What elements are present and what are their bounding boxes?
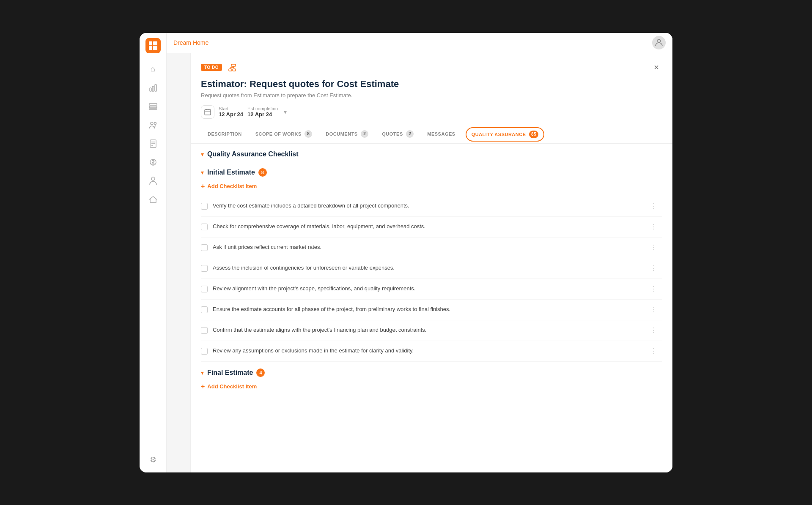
users-icon[interactable] (145, 117, 161, 133)
home-icon[interactable]: ⌂ (145, 62, 161, 77)
modal-header: TO DO (191, 53, 672, 144)
svg-point-10 (151, 122, 153, 125)
initial-estimate-header[interactable]: ▾ Initial Estimate 8 (201, 161, 662, 180)
qa-chevron-icon: ▾ (201, 151, 204, 158)
checklist-checkbox-5[interactable] (201, 306, 208, 313)
qa-section-title: Quality Assurance Checklist (207, 150, 299, 158)
tree-icon[interactable] (226, 62, 238, 74)
svg-rect-21 (233, 69, 236, 71)
tab-scope-of-works[interactable]: SCOPE OF WORKS 8 (249, 126, 319, 143)
start-date-item: Start 12 Apr 24 Est completion 12 Apr 24… (201, 105, 287, 119)
svg-rect-2 (149, 46, 152, 50)
calendar-icon (201, 105, 214, 119)
breadcrumb: Dream Home (173, 39, 208, 46)
svg-point-18 (657, 39, 661, 43)
stack-icon[interactable] (145, 192, 161, 207)
add-checklist-item-final[interactable]: + Add Checklist Item (201, 380, 662, 393)
checklist-text-4: Review alignment with the project's scop… (213, 285, 644, 292)
close-button[interactable]: × (650, 62, 662, 74)
svg-rect-1 (153, 41, 157, 45)
checklist-item: Ensure the estimate accounts for all pha… (201, 300, 662, 320)
est-completion-label: Est completion (247, 106, 278, 111)
svg-rect-3 (153, 46, 157, 50)
checklist-checkbox-4[interactable] (201, 286, 208, 292)
checklist-item: Confirm that the estimate aligns with th… (201, 320, 662, 341)
top-bar: Dream Home (167, 33, 672, 53)
svg-rect-19 (231, 64, 236, 66)
dollar-icon[interactable] (145, 155, 161, 170)
modal-body: ▾ Quality Assurance Checklist ▾ Initial … (191, 144, 672, 472)
checklist-checkbox-0[interactable] (201, 203, 208, 210)
add-checklist-item-initial[interactable]: + Add Checklist Item (201, 180, 662, 193)
checklist-more-menu-1[interactable]: ⋮ (649, 222, 659, 232)
start-label: Start (219, 106, 243, 111)
modal-header-left: TO DO (201, 62, 238, 74)
checklist-checkbox-2[interactable] (201, 244, 208, 251)
checklist-item: Ask if unit prices reflect current marke… (201, 237, 662, 258)
quotes-badge: 2 (406, 130, 414, 138)
settings-icon[interactable]: ⚙ (145, 452, 161, 467)
checklist-more-menu-4[interactable]: ⋮ (649, 284, 659, 294)
chevron-down-icon[interactable]: ▾ (284, 109, 287, 115)
svg-rect-0 (149, 41, 152, 45)
svg-rect-5 (152, 86, 154, 91)
svg-point-11 (154, 122, 156, 124)
checklist-more-menu-7[interactable]: ⋮ (649, 346, 659, 356)
checklist-item: Assess the inclusion of contingencies fo… (201, 258, 662, 279)
scope-works-badge: 8 (304, 130, 312, 138)
date-row: Start 12 Apr 24 Est completion 12 Apr 24… (201, 105, 662, 119)
tab-quality-assurance[interactable]: QUALITY ASSURANCE 85 (466, 127, 545, 142)
sidebar: ⌂ (140, 33, 167, 472)
checklist-items-container: Verify the cost estimate includes a deta… (201, 196, 662, 362)
checklist-item: Verify the cost estimate includes a deta… (201, 196, 662, 217)
checklist-text-0: Verify the cost estimate includes a deta… (213, 202, 644, 210)
plus-icon-final: + (201, 383, 205, 390)
initial-estimate-chevron-icon: ▾ (201, 169, 204, 176)
tab-quotes[interactable]: QUOTES 2 (375, 126, 420, 143)
document-icon[interactable] (145, 136, 161, 151)
checklist-checkbox-3[interactable] (201, 265, 208, 272)
checklist-checkbox-6[interactable] (201, 327, 208, 334)
modal-title: Estimator: Request quotes for Cost Estim… (201, 79, 662, 90)
tab-documents[interactable]: DOCUMENTS 2 (319, 126, 375, 143)
checklist-checkbox-1[interactable] (201, 224, 208, 230)
modal-subtitle: Request quotes from Estimators to prepar… (201, 92, 662, 98)
checklist-text-2: Ask if unit prices reflect current marke… (213, 243, 644, 251)
tab-messages[interactable]: MESSAGES (420, 127, 462, 142)
est-completion-value: 12 Apr 24 (247, 111, 278, 117)
svg-point-17 (151, 177, 155, 180)
checklist-more-menu-3[interactable]: ⋮ (649, 263, 659, 273)
checklist-more-menu-2[interactable]: ⋮ (649, 243, 659, 253)
tabs-row: DESCRIPTION SCOPE OF WORKS 8 DOCUMENTS 2… (201, 126, 662, 143)
checklist-text-3: Assess the inclusion of contingencies fo… (213, 264, 644, 272)
svg-rect-26 (205, 109, 211, 115)
checklist-more-menu-6[interactable]: ⋮ (649, 325, 659, 336)
app-logo[interactable] (145, 38, 161, 53)
final-estimate-header[interactable]: ▾ Final Estimate 4 (201, 362, 662, 380)
checklist-item: Check for comprehensive coverage of mate… (201, 217, 662, 237)
svg-rect-6 (155, 85, 156, 91)
person-icon[interactable] (145, 173, 161, 188)
svg-rect-9 (149, 109, 157, 109)
start-date-info: Start 12 Apr 24 (219, 106, 243, 117)
qa-badge: 85 (529, 131, 538, 138)
svg-rect-7 (149, 104, 157, 105)
checklist-text-6: Confirm that the estimate aligns with th… (213, 326, 644, 334)
checklist-checkbox-7[interactable] (201, 348, 208, 355)
modal-panel: TO DO (190, 53, 672, 472)
modal-area: TO DO (167, 53, 672, 472)
svg-rect-20 (229, 69, 232, 71)
layout-icon[interactable] (145, 99, 161, 114)
chart-icon[interactable] (145, 80, 161, 96)
checklist-more-menu-0[interactable]: ⋮ (649, 201, 659, 211)
svg-rect-4 (150, 88, 151, 91)
checklist-more-menu-5[interactable]: ⋮ (649, 305, 659, 315)
tab-description[interactable]: DESCRIPTION (201, 127, 249, 142)
checklist-item: Review alignment with the project's scop… (201, 279, 662, 300)
start-value: 12 Apr 24 (219, 111, 243, 117)
start-date-info2: Est completion 12 Apr 24 (247, 106, 278, 117)
final-estimate-chevron-icon: ▾ (201, 369, 204, 376)
main-content: Dream Home TO DO (167, 33, 672, 472)
qa-section-header[interactable]: ▾ Quality Assurance Checklist (201, 144, 662, 161)
checklist-item: Review any assumptions or exclusions mad… (201, 341, 662, 362)
